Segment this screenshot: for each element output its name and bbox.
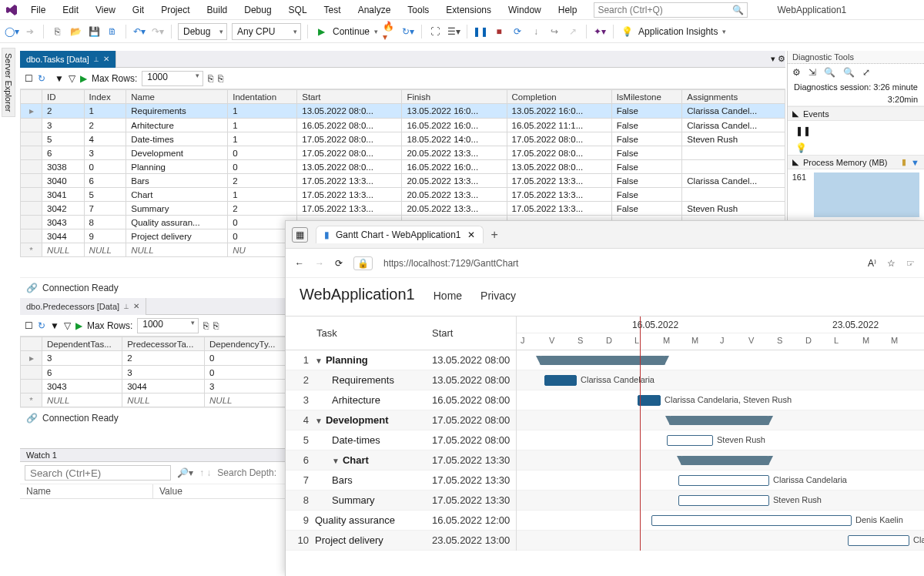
grid-cell[interactable]: NULL [126,243,228,257]
gantt-bar[interactable] [540,356,665,365]
caret-icon[interactable]: ◣ [792,157,798,167]
grid-cell[interactable]: 5 [84,188,126,202]
grid-cell[interactable]: NULL [42,393,122,407]
grid-cell[interactable]: 16.05.2022 08:0... [297,119,402,132]
collections-icon[interactable]: ☞ [906,258,915,269]
grid-cell[interactable]: 16.05.2022 16:0... [402,160,507,174]
grid-cell[interactable]: 13.05.2022 08:0... [297,104,402,119]
grid-cell[interactable]: NULL [42,243,85,257]
continue-button[interactable]: Continue [333,26,370,37]
script2-icon[interactable]: ⎘ [218,73,223,84]
col-header[interactable]: Name [126,90,228,104]
gantt-bar[interactable]: Steven Rush [667,435,713,446]
col-header[interactable]: DependentTas... [42,337,122,351]
browser-link-icon[interactable]: ⛶ [428,25,442,39]
grid-cell[interactable]: 2 [228,174,297,188]
menu-project[interactable]: Project [156,3,194,17]
new-tab-icon[interactable]: + [491,228,498,242]
favorite-icon[interactable]: ☆ [887,258,896,269]
gantt-bar[interactable] [681,456,769,465]
grid-cell[interactable]: False [611,119,682,132]
grid-cell[interactable]: 3044 [122,380,205,393]
gantt-bar[interactable]: Denis Kaelin [651,515,852,526]
grid-cell[interactable]: 3043 [42,380,122,393]
intellitrace-icon[interactable]: ✦▾ [593,25,607,39]
hot-reload-icon[interactable]: 🔥▾ [383,25,397,39]
tab-overflow-icon[interactable]: ▾ ⚙ [771,54,785,64]
grid-cell[interactable]: 20.05.2022 13:3... [402,202,507,216]
grid-cell[interactable]: 1 [228,188,297,202]
grid-cell[interactable]: 17.05.2022 08:0... [297,132,402,146]
tab-overview-icon[interactable]: ▦ [292,227,308,243]
grid-cell[interactable]: Quality assuran... [126,216,228,229]
pause-icon[interactable]: ❚❚ [474,25,487,39]
script-icon[interactable]: ⎘ [208,73,213,84]
grid-cell[interactable]: 5 [42,132,85,146]
grid-cell[interactable]: 3 [42,119,85,132]
menu-edit[interactable]: Edit [58,3,83,17]
grid-cell[interactable]: 2 [228,202,297,216]
col-header[interactable]: ID [42,90,85,104]
menu-analyze[interactable]: Analyze [353,3,396,17]
grid-cell[interactable]: 18.05.2022 14:0... [402,132,507,146]
read-aloud-icon[interactable]: A⁾ [868,258,876,269]
grid-cell[interactable]: 0 [84,160,126,174]
sort-icon[interactable]: ▽ [64,320,71,331]
menu-git[interactable]: Git [128,3,149,17]
grid-cell[interactable]: 0 [228,160,297,174]
dash-icon[interactable]: ☰▾ [447,25,460,39]
grid-cell[interactable]: 17.05.2022 08:0... [507,132,611,146]
grid-cell[interactable]: 1 [84,104,126,119]
grid-cell[interactable]: 17.05.2022 08:0... [297,146,402,160]
gantt-row[interactable]: 9Quality assurance16.05.2022 12:00 [286,511,516,531]
col-header[interactable]: Indentation [228,90,297,104]
col-header[interactable]: DependencyTy... [205,337,286,351]
grid-cell[interactable]: Steven Rush [682,132,785,146]
server-explorer-tab[interactable]: Server Explorer [2,48,15,117]
grid-cell[interactable]: False [611,160,682,174]
grid-cell[interactable]: NULL [205,393,286,407]
grid-cell[interactable]: 4 [84,132,126,146]
menu-debug[interactable]: Debug [239,3,276,17]
gantt-row[interactable]: 10Project delivery23.05.2022 13:00 [286,531,516,551]
checkbox-icon[interactable]: ☐ [25,73,33,84]
col-header[interactable]: PredecessorTa... [122,337,205,351]
back-icon[interactable]: ← [295,258,304,269]
grid-cell[interactable]: 3 [205,380,286,393]
script-icon[interactable]: ⎘ [203,320,209,331]
grid-cell[interactable]: 17.05.2022 13:3... [507,174,611,188]
refresh-icon[interactable]: ⟳ [511,25,524,39]
new-item-icon[interactable]: ⎘ [50,25,64,39]
grid-cell[interactable]: 17.05.2022 13:3... [507,202,611,216]
col-header[interactable]: Index [84,90,126,104]
grid-cell[interactable]: 2 [42,104,85,119]
grid-cell[interactable]: Clarissa Candel... [682,104,785,119]
grid-cell[interactable]: 2 [84,119,126,132]
gantt-row[interactable]: 7Bars17.05.2022 13:30 [286,471,516,491]
zoom-in-icon[interactable]: 🔍 [824,67,835,78]
platform-dropdown[interactable]: Any CPU [232,23,301,40]
grid-cell[interactable]: 3044 [42,229,85,243]
grid-cell[interactable]: Chart [126,188,228,202]
grid-cell[interactable] [682,160,785,174]
col-header[interactable]: IsMilestone [611,90,682,104]
grid-cell[interactable] [682,188,785,202]
gantt-bar[interactable]: Claris [848,535,909,546]
grid-cell[interactable]: 0 [205,366,286,380]
lock-icon[interactable]: 🔒 [353,256,373,270]
address-url[interactable]: https://localhost:7129/GanttChart [383,258,518,269]
grid-cell[interactable]: 13.05.2022 16:0... [402,104,507,119]
gantt-bar[interactable]: Clarissa Candelaria [678,475,769,486]
grid-cell[interactable]: False [611,104,682,119]
gantt-row[interactable]: 2Requirements13.05.2022 08:00 [286,370,516,390]
gantt-bar[interactable]: Clarissa Candelaria, Steven Rush [638,395,661,406]
reset-zoom-icon[interactable]: ⤢ [862,67,870,78]
step-over-icon[interactable]: ↪ [547,25,561,39]
grid-cell[interactable]: 0 [205,351,286,366]
grid-cell[interactable]: 6 [84,174,126,188]
grid-cell[interactable]: 13.05.2022 08:0... [297,160,402,174]
run-icon[interactable]: ▶ [75,320,82,331]
filter-icon[interactable]: ▼ [50,320,59,331]
restart-icon[interactable]: ↻▾ [401,25,415,39]
continue-icon[interactable]: ▶ [314,25,328,39]
